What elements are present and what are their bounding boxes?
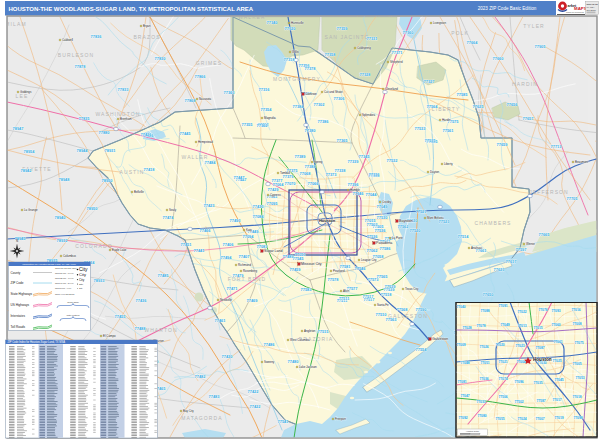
svg-text:77541: 77541 xyxy=(278,419,290,424)
svg-text:Giddings: Giddings xyxy=(20,90,32,94)
svg-text:77429: 77429 xyxy=(268,187,280,192)
svg-text:77007: 77007 xyxy=(535,417,544,421)
svg-text:77053: 77053 xyxy=(575,376,584,380)
svg-text:77562: 77562 xyxy=(398,224,410,229)
svg-text:TYLER: TYLER xyxy=(523,23,545,29)
svg-text:77483: 77483 xyxy=(209,394,221,399)
svg-text:CHAMBERS: CHAMBERS xyxy=(474,220,511,226)
svg-text:77035: 77035 xyxy=(533,381,542,385)
svg-text:77378: 77378 xyxy=(305,66,317,71)
svg-text:77316: 77316 xyxy=(259,87,271,92)
svg-text:Texas City: Texas City xyxy=(405,287,419,291)
svg-text:77025: 77025 xyxy=(552,359,561,363)
svg-text:Houston: Houston xyxy=(533,357,552,362)
svg-text:77320: 77320 xyxy=(285,26,296,31)
svg-text:77578: 77578 xyxy=(328,277,340,282)
svg-text:77422: 77422 xyxy=(248,389,260,394)
svg-text:77422: 77422 xyxy=(250,404,262,409)
svg-text:77386: 77386 xyxy=(318,119,330,124)
svg-text:La Grange: La Grange xyxy=(24,208,38,212)
svg-text:Brenham: Brenham xyxy=(120,117,132,121)
svg-text:BURLESON: BURLESON xyxy=(58,52,94,58)
svg-text:77426: 77426 xyxy=(141,132,153,137)
svg-text:Needville: Needville xyxy=(220,298,232,302)
svg-text:78942: 78942 xyxy=(21,168,33,173)
svg-text:77074: 77074 xyxy=(498,377,507,381)
svg-text:77033: 77033 xyxy=(476,400,485,404)
svg-text:77880: 77880 xyxy=(99,130,110,135)
svg-text:City: City xyxy=(79,278,85,282)
svg-text:77563: 77563 xyxy=(386,317,398,322)
svg-text:77868: 77868 xyxy=(185,98,197,103)
svg-text:77713: 77713 xyxy=(551,144,563,149)
svg-text:77338: 77338 xyxy=(335,168,347,173)
svg-text:Conroe: Conroe xyxy=(305,92,317,96)
svg-text:County Name: County Name xyxy=(67,301,79,303)
svg-text:77080: 77080 xyxy=(477,414,486,418)
svg-text:77327: 77327 xyxy=(424,79,435,84)
svg-text:Eagle Lake: Eagle Lake xyxy=(112,248,127,252)
svg-text:77075: 77075 xyxy=(574,341,583,345)
svg-text:77517: 77517 xyxy=(363,294,374,299)
svg-text:77051: 77051 xyxy=(480,361,489,365)
svg-text:77049: 77049 xyxy=(377,204,389,209)
svg-text:77866: 77866 xyxy=(195,74,207,79)
svg-text:77044: 77044 xyxy=(366,192,378,197)
svg-text:77087: 77087 xyxy=(535,346,544,350)
svg-text:77515: 77515 xyxy=(318,329,330,334)
svg-text:Sugar Land: Sugar Land xyxy=(264,249,283,253)
svg-text:TX MSA: TX MSA xyxy=(587,6,596,8)
svg-text:77017: 77017 xyxy=(552,398,561,402)
svg-text:77345: 77345 xyxy=(359,154,371,159)
svg-text:77521: 77521 xyxy=(416,209,428,214)
svg-text:City: City xyxy=(79,272,86,277)
svg-text:Lake Jackson: Lake Jackson xyxy=(299,365,317,369)
svg-text:77009: 77009 xyxy=(456,343,465,347)
svg-text:77088: 77088 xyxy=(480,309,489,313)
svg-text:2023 ZIP Code Basic Edition: 2023 ZIP Code Basic Edition xyxy=(478,6,537,11)
svg-text:Magnolia: Magnolia xyxy=(264,116,276,120)
svg-text:77388: 77388 xyxy=(305,164,317,169)
svg-text:Katy: Katy xyxy=(246,228,252,232)
svg-text:ZIP Code Index for Houston-Sug: ZIP Code Index for Houston-Sugar Land, T… xyxy=(8,340,66,344)
svg-text:Pasadena: Pasadena xyxy=(376,241,392,245)
svg-text:77656: 77656 xyxy=(507,102,519,107)
svg-text:77045: 77045 xyxy=(554,378,563,382)
svg-text:77568: 77568 xyxy=(397,307,409,312)
svg-text:MILAM: MILAM xyxy=(5,21,26,27)
svg-text:Richmond: Richmond xyxy=(238,263,251,267)
svg-text:78944: 78944 xyxy=(77,148,89,153)
svg-text:77094: 77094 xyxy=(243,234,255,239)
svg-text:West Columbia: West Columbia xyxy=(290,338,310,342)
svg-text:Tomball: Tomball xyxy=(280,171,290,175)
svg-text:Navasota: Navasota xyxy=(199,97,212,101)
svg-text:77583: 77583 xyxy=(301,287,313,292)
svg-text:77023: 77023 xyxy=(515,344,524,348)
svg-text:77488: 77488 xyxy=(135,326,147,331)
svg-text:77047: 77047 xyxy=(460,394,469,398)
svg-text:77664: 77664 xyxy=(467,40,479,45)
svg-text:77539: 77539 xyxy=(385,284,397,289)
svg-text:77049: 77049 xyxy=(500,323,509,327)
svg-text:77096: 77096 xyxy=(514,380,523,384)
svg-text:77302: 77302 xyxy=(314,102,326,107)
svg-text:Cleveland: Cleveland xyxy=(385,87,398,91)
svg-text:77585: 77585 xyxy=(457,92,469,97)
svg-text:77650: 77650 xyxy=(483,292,494,297)
svg-text:77019: 77019 xyxy=(554,416,563,420)
svg-text:77359: 77359 xyxy=(337,26,349,31)
svg-text:77503: 77503 xyxy=(367,222,379,227)
svg-text:Humble: Humble xyxy=(350,188,360,192)
svg-text:Pearland: Pearland xyxy=(333,269,345,273)
svg-text:77469: 77469 xyxy=(247,298,259,303)
svg-text:77331: 77331 xyxy=(367,36,379,41)
svg-text:Rosenberg: Rosenberg xyxy=(243,269,258,273)
svg-text:77396: 77396 xyxy=(348,182,360,187)
svg-text:COLORADO: COLORADO xyxy=(75,243,112,249)
svg-text:77005: 77005 xyxy=(572,362,581,366)
svg-text:77445: 77445 xyxy=(180,131,192,136)
svg-text:GRIMES: GRIMES xyxy=(196,60,222,66)
svg-text:77026: 77026 xyxy=(479,345,488,349)
svg-text:77022: 77022 xyxy=(517,310,526,314)
svg-text:ZIP Basic: ZIP Basic xyxy=(587,9,597,11)
